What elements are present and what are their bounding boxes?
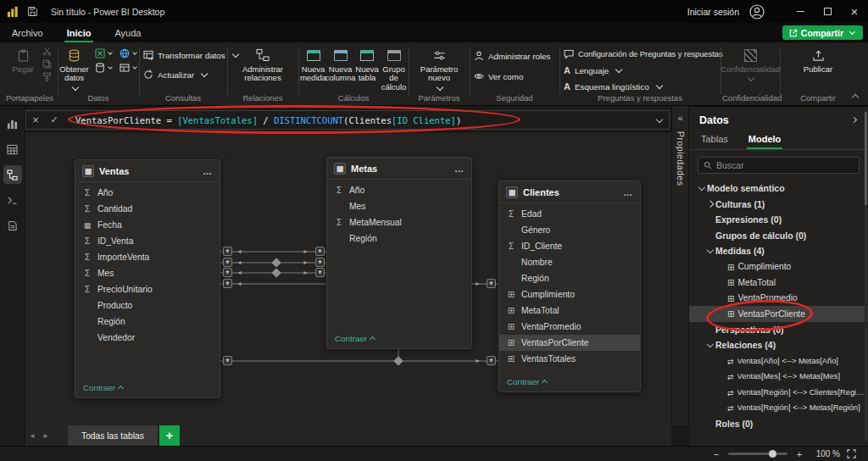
paste-button[interactable]: Pegar xyxy=(8,45,38,75)
table-field[interactable]: ID_Venta xyxy=(75,233,220,249)
tree-item[interactable]: Grupos de cálculo (0) xyxy=(689,228,868,244)
collapse-table-button[interactable]: Contraer xyxy=(75,378,220,397)
report-view-icon[interactable] xyxy=(3,114,22,133)
publish-button[interactable]: Publicar xyxy=(798,45,837,75)
tree-item[interactable]: Roles (0) xyxy=(689,416,868,432)
tree-chevron-icon[interactable] xyxy=(706,201,715,208)
more-options-button[interactable] xyxy=(203,166,213,176)
linguistic-schema-button[interactable]: Esquema lingüístico xyxy=(561,80,666,93)
collapse-table-button[interactable]: Contraer xyxy=(499,372,640,392)
data-pane-tab[interactable]: Tablas xyxy=(699,131,730,149)
new-parameter-button[interactable]: Parámetro nuevo xyxy=(414,45,465,93)
table-card-header[interactable]: Ventas xyxy=(75,160,220,182)
table-field[interactable]: PrecioUnitario xyxy=(75,281,220,297)
table-card-header[interactable]: Metas xyxy=(327,158,471,180)
commit-formula-icon[interactable] xyxy=(45,114,64,125)
scrollbar-thumb[interactable] xyxy=(865,112,867,205)
page-tab-todas-las-tablas[interactable]: Todas las tablas xyxy=(68,425,158,446)
table-field[interactable]: ID_Cliente xyxy=(499,238,640,254)
tree-item[interactable]: VentaPromedio xyxy=(689,291,868,307)
tree-item[interactable]: MetaTotal xyxy=(689,275,868,291)
table-card-metas[interactable]: Metas Año Mes MetaMensual xyxy=(326,157,472,349)
table-field[interactable]: Vendedor xyxy=(75,330,220,346)
table-field[interactable]: ImporteVenta xyxy=(75,249,220,265)
properties-pane-collapsed[interactable]: Propiedades xyxy=(671,106,689,425)
new-measure-button[interactable]: Nueva medida xyxy=(300,45,326,85)
table-field[interactable]: Año xyxy=(75,185,220,201)
sql-server-icon[interactable] xyxy=(95,63,114,73)
table-field[interactable]: Año xyxy=(327,182,471,198)
dax-query-view-icon[interactable] xyxy=(3,191,22,209)
search-box[interactable] xyxy=(698,157,860,174)
onelake-datahub-icon[interactable] xyxy=(120,48,138,58)
tree-item[interactable]: Medidas (4) xyxy=(689,243,868,259)
collapse-pane-icon[interactable] xyxy=(849,114,858,126)
tree-item[interactable]: Ventas[Región] <--> Clientes[Regi… xyxy=(689,385,868,401)
tree-item[interactable]: Expresiones (0) xyxy=(689,212,868,228)
menu-tab[interactable]: Inicio xyxy=(55,23,103,42)
formula-expand-icon[interactable] xyxy=(648,117,669,124)
manage-relationships-button[interactable]: Administrar relaciones xyxy=(233,45,292,85)
table-field[interactable]: Mes xyxy=(327,198,471,214)
tree-item[interactable]: Ventas[Región] <--> Metas[Región] xyxy=(689,400,868,416)
tree-item[interactable]: Perspectivas (0) xyxy=(689,322,868,338)
account-avatar-icon[interactable] xyxy=(749,4,765,19)
table-field[interactable]: Producto xyxy=(75,297,220,314)
tree-chevron-icon[interactable] xyxy=(706,247,715,254)
ribbon-collapse-icon[interactable] xyxy=(849,90,860,100)
add-page-button[interactable] xyxy=(159,425,180,446)
sensitivity-button[interactable]: Confidencialidad xyxy=(724,45,776,84)
panel-scrollbar[interactable] xyxy=(865,110,867,442)
zoom-slider[interactable] xyxy=(728,453,787,455)
search-input[interactable] xyxy=(716,160,854,170)
get-data-button[interactable]: Obtener datos xyxy=(58,45,89,93)
table-field[interactable]: Edad xyxy=(499,206,640,222)
language-button[interactable]: Lenguaje xyxy=(561,64,626,77)
collapse-table-button[interactable]: Contraer xyxy=(327,329,471,348)
tree-chevron-icon[interactable] xyxy=(706,342,715,348)
next-page-icon[interactable] xyxy=(39,425,53,446)
tree-item[interactable]: Culturas (1) xyxy=(689,197,868,213)
table-field[interactable]: Mes xyxy=(75,265,220,281)
table-field[interactable]: MetaMensual xyxy=(327,214,471,230)
more-options-button[interactable] xyxy=(454,164,465,174)
zoom-in-button[interactable] xyxy=(794,449,804,459)
more-options-button[interactable] xyxy=(623,187,633,197)
zoom-out-button[interactable] xyxy=(711,449,721,459)
tree-item[interactable]: Modelo semántico xyxy=(689,181,868,197)
cancel-formula-icon[interactable] xyxy=(26,114,45,126)
table-field[interactable]: Fecha xyxy=(75,217,220,233)
tree-item[interactable]: Ventas[Mes] <--> Metas[Mes] xyxy=(689,369,868,385)
zoom-slider-thumb[interactable] xyxy=(769,450,776,458)
new-column-button[interactable]: Nueva columna xyxy=(327,45,353,85)
menu-tab[interactable]: Archivo xyxy=(0,23,55,42)
enter-data-icon[interactable] xyxy=(120,63,138,73)
qna-settings-button[interactable]: Configuración de Preguntas y respuestas xyxy=(561,47,726,61)
prev-page-icon[interactable] xyxy=(25,425,39,446)
table-card-clientes[interactable]: Clientes Edad Género ID_Cliente xyxy=(498,181,641,392)
tree-item[interactable]: Cumplimiento xyxy=(689,259,868,275)
tree-item[interactable]: VentasPorCliente xyxy=(689,306,868,322)
fit-to-page-button[interactable] xyxy=(847,449,856,458)
new-table-button[interactable]: Nueva tabla xyxy=(354,45,380,85)
cut-icon[interactable] xyxy=(42,47,52,56)
table-card-header[interactable]: Clientes xyxy=(499,181,640,203)
minimize-button[interactable] xyxy=(787,0,814,23)
maximize-button[interactable] xyxy=(814,0,841,23)
tree-item[interactable]: Relaciones (4) xyxy=(689,337,868,353)
table-view-icon[interactable] xyxy=(3,140,22,158)
data-pane-tab[interactable]: Modelo xyxy=(747,131,783,149)
excel-workbook-icon[interactable] xyxy=(95,48,114,58)
table-field[interactable]: Región xyxy=(499,270,640,286)
table-field[interactable]: Cumplimiento xyxy=(499,286,640,303)
tmdl-view-icon[interactable] xyxy=(3,216,22,235)
table-field[interactable]: MetaTotal xyxy=(499,303,640,319)
table-field[interactable]: VentasPorCliente xyxy=(499,335,640,351)
model-canvas[interactable]: Ventas Año Cantidad Fecha xyxy=(25,133,671,425)
table-field[interactable]: VentaPromedio xyxy=(499,319,640,335)
table-field[interactable]: Región xyxy=(75,314,220,330)
refresh-button[interactable]: Actualizar xyxy=(141,68,211,81)
tree-item[interactable]: Ventas[Año] <--> Metas[Año] xyxy=(689,353,868,369)
sign-in-button[interactable]: Iniciar sesión xyxy=(687,7,739,17)
tree-chevron-icon[interactable] xyxy=(698,185,707,192)
